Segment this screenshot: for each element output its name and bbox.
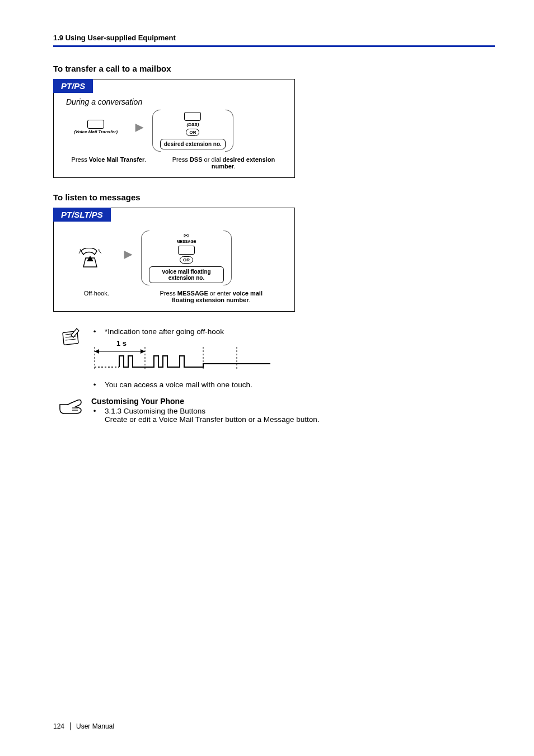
- note-one-touch: • You can access a voice mail with one t…: [91, 381, 495, 389]
- svg-marker-8: [140, 349, 145, 354]
- tone-waveform: 1 s: [91, 339, 495, 375]
- or-pill: OR: [180, 256, 193, 264]
- svg-marker-7: [95, 349, 99, 354]
- context-label: During a conversation: [54, 93, 294, 106]
- customising-block: Customising Your Phone • 3.1.3 Customisi…: [59, 397, 495, 425]
- customising-title: Customising Your Phone: [91, 397, 319, 406]
- note-indication-tone: • *Indication tone after going off-hook: [91, 327, 495, 336]
- step2-caption-listen: Press MESSAGE or enter voice mail floati…: [158, 290, 264, 303]
- customising-ref: 3.1.3 Customising the Buttons: [105, 407, 205, 415]
- step2-caption: Press DSS or dial desired extension numb…: [170, 156, 277, 170]
- procedure-box-transfer: PT/PS During a conversation (Voice Mail …: [53, 79, 295, 178]
- arrow-icon: ▶: [121, 248, 135, 268]
- doc-title: User Manual: [76, 722, 114, 730]
- customising-bullet: • 3.1.3 Customising the Buttons Create o…: [91, 407, 319, 424]
- dss-button-icon: [184, 112, 201, 121]
- device-tab-ptps: PT/PS: [53, 79, 93, 93]
- step-offhook: [65, 248, 115, 268]
- notes-block: • *Indication tone after going off-hook …: [59, 326, 495, 390]
- tone-duration-label: 1 s: [116, 339, 127, 348]
- hand-pointing-icon: [59, 397, 83, 418]
- step1-caption: Press Voice Mail Transfer.: [72, 156, 147, 170]
- arrow-icon: ▶: [132, 121, 147, 141]
- option-group-message: ✉ MESSAGE OR voice mail floating extensi…: [141, 229, 232, 287]
- device-tab-ptsltps: PT/SLT/PS: [53, 208, 111, 222]
- button-key-label: (Voice Mail Transfer): [74, 130, 118, 134]
- button-key-icon: [87, 120, 104, 129]
- desired-ext-box: desired extension no.: [160, 139, 226, 149]
- page-number: 124: [53, 722, 71, 730]
- section-title-listen: To listen to messages: [53, 192, 495, 202]
- section-title-transfer: To transfer a call to a mailbox: [53, 64, 495, 73]
- step1-caption-listen: Off-hook.: [84, 290, 109, 303]
- dss-button-label: (DSS): [187, 123, 199, 127]
- customising-desc: Create or edit a Voice Mail Transfer but…: [105, 415, 319, 424]
- step-press-vm-transfer: (Voice Mail Transfer): [65, 109, 127, 134]
- offhook-icon: [78, 248, 102, 268]
- option-group-dss: (DSS) OR desired extension no.: [152, 109, 233, 153]
- message-button-icon: ✉ MESSAGE: [176, 233, 196, 244]
- notepad-icon: [59, 326, 83, 351]
- procedure-box-listen: PT/SLT/PS ▶ ✉ MESSAGE: [53, 208, 295, 312]
- message-button-key: [178, 246, 195, 255]
- breadcrumb: 1.9 Using User-supplied Equipment: [53, 34, 495, 45]
- or-pill: OR: [186, 129, 199, 136]
- vm-floating-ext-box: voice mail floating extension no.: [149, 266, 224, 283]
- page-footer: 124 User Manual: [53, 722, 114, 730]
- header-rule: [53, 45, 495, 47]
